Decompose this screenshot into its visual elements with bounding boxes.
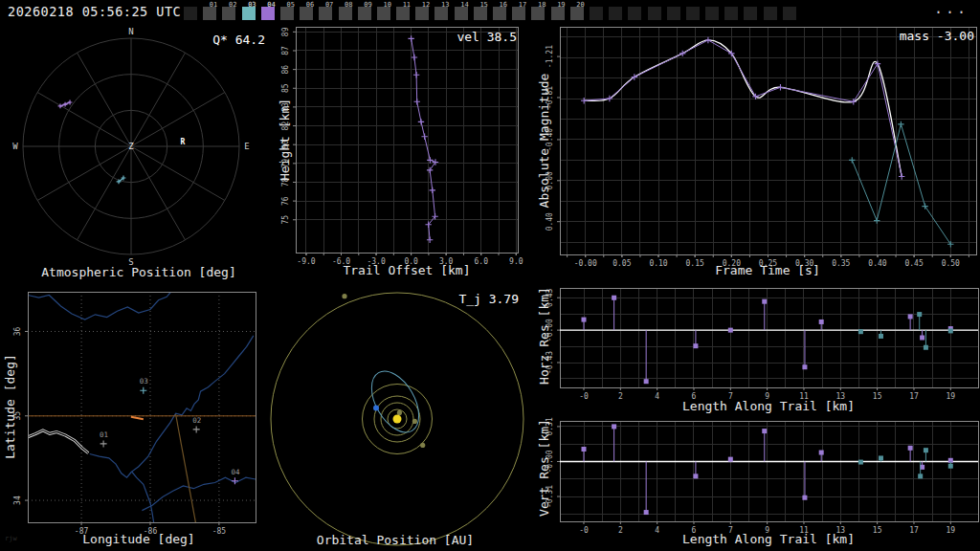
- trajectory-diagonal: [176, 414, 196, 522]
- panel-light-curve: -0.000.050.100.150.200.250.300.350.400.4…: [536, 24, 980, 287]
- height-ylabel: Height [km]: [278, 99, 292, 181]
- app-window: 20260218 05:56:25 UTC 010203040506070809…: [0, 0, 980, 551]
- tab-13[interactable]: 13: [434, 7, 448, 20]
- orbit-xlabel: Orbital Position [AU]: [268, 533, 523, 547]
- panel-horz-res: -02467911131517190.43-0.00-0.43 Length A…: [536, 282, 980, 416]
- svg-text:R: R: [181, 138, 186, 146]
- tab-label: 05: [287, 2, 295, 9]
- height-profile-chart: -9.0-6.0-3.00.03.06.09.08987868583828079…: [278, 24, 536, 287]
- tab-17[interactable]: 17: [512, 7, 525, 20]
- planet-2: [420, 443, 425, 448]
- tab-slot-21[interactable]: [590, 7, 603, 20]
- tab-slot-30[interactable]: [764, 7, 777, 20]
- river-1: [132, 336, 254, 522]
- tab-label: 06: [306, 2, 314, 9]
- horzres-ylabel: Horz Res [km]: [537, 287, 551, 385]
- series-station-b: [858, 312, 953, 350]
- light-curve-chart: -0.000.050.100.150.200.250.300.350.400.4…: [536, 24, 980, 287]
- tab-10[interactable]: 10: [377, 7, 390, 20]
- svg-text:0.40: 0.40: [546, 212, 554, 231]
- river-2: [142, 477, 256, 510]
- overflow-menu-icon[interactable]: ...: [934, 0, 969, 17]
- tab-slot-0[interactable]: [184, 7, 197, 20]
- svg-vert-grid: [560, 421, 978, 521]
- river-0: [28, 292, 171, 320]
- svg-text:34: 34: [13, 496, 22, 505]
- tab-07[interactable]: 07: [319, 7, 332, 20]
- earth-marker: [373, 405, 379, 410]
- atmospheric-xlabel: Atmospheric Position [deg]: [0, 265, 278, 279]
- svg-horz-grid: [560, 288, 978, 387]
- tab-slot-24[interactable]: [648, 7, 661, 20]
- velocity-value: vel 38.5: [457, 30, 517, 44]
- orbit-chart: [268, 282, 536, 551]
- tab-label: 17: [519, 2, 526, 9]
- svg-text:01: 01: [100, 430, 108, 439]
- tab-15[interactable]: 15: [474, 7, 487, 20]
- tab-slot-25[interactable]: [667, 7, 680, 20]
- tab-label: 12: [422, 2, 430, 9]
- tab-12[interactable]: 12: [415, 7, 429, 20]
- svg-text:02: 02: [192, 416, 201, 425]
- tab-label: 03: [248, 2, 256, 9]
- river-3: [90, 454, 132, 478]
- tab-04[interactable]: 04: [261, 7, 275, 20]
- tab-slot-29[interactable]: [744, 7, 757, 20]
- tab-label: 08: [345, 2, 352, 9]
- svg-text:-1.21: -1.21: [546, 45, 554, 68]
- tab-02[interactable]: 02: [222, 7, 235, 20]
- svg-text:04: 04: [231, 468, 240, 476]
- clock-utc: 20260218 05:56:25 UTC: [8, 4, 181, 19]
- event-tab-strip: 0102030405060708091011121314151617181920: [184, 7, 796, 20]
- height-xlabel: Trail Offset [km]: [278, 263, 536, 277]
- tab-label: 09: [364, 2, 371, 9]
- tab-08[interactable]: 08: [339, 7, 352, 20]
- panel-vert-res: -02467911131517190.31-0.00-0.31 Length A…: [536, 411, 980, 551]
- tab-slot-26[interactable]: [686, 7, 700, 20]
- tab-01[interactable]: 01: [203, 7, 216, 20]
- svg-text:N: N: [128, 27, 133, 36]
- lightcurve-xlabel: Frame Time [s]: [555, 263, 980, 277]
- tab-slot-31[interactable]: [783, 7, 796, 20]
- tab-slot-28[interactable]: [724, 7, 738, 20]
- tab-label: 10: [383, 2, 390, 9]
- tab-14[interactable]: 14: [455, 7, 468, 20]
- svg-mag-grid: [560, 27, 976, 254]
- tab-16[interactable]: 16: [493, 7, 506, 20]
- atmospheric-polar-chart: NSWEZR: [0, 24, 278, 287]
- map-grid: [28, 292, 256, 522]
- svg-text:75: 75: [281, 215, 290, 225]
- tab-18[interactable]: 18: [531, 7, 545, 20]
- tab-label: 13: [441, 2, 449, 9]
- map-features: [28, 292, 256, 522]
- svg-text:W: W: [12, 142, 18, 151]
- ground-map-chart: 01020304-87-86-85363534: [0, 282, 278, 551]
- station-03: 03: [140, 377, 148, 394]
- tab-slot-27[interactable]: [705, 7, 719, 20]
- tab-19[interactable]: 19: [551, 7, 565, 20]
- svg-text:76: 76: [281, 196, 290, 206]
- watermark: rjw: [5, 535, 17, 542]
- tab-05[interactable]: 05: [280, 7, 294, 20]
- tab-20[interactable]: 20: [570, 7, 584, 20]
- tab-slot-23[interactable]: [628, 7, 641, 20]
- sun-marker: [393, 415, 402, 424]
- q-value: Q* 64.2: [212, 33, 265, 47]
- tab-label: 18: [538, 2, 546, 9]
- svg-text:85: 85: [281, 83, 290, 93]
- tab-label: 20: [576, 2, 584, 9]
- svg-horz-ticks: -02467911131517190.43-0.00-0.43: [546, 288, 955, 401]
- svg-text:89: 89: [281, 27, 290, 36]
- planet-1: [412, 419, 417, 424]
- tab-06[interactable]: 06: [300, 7, 313, 20]
- tab-03[interactable]: 03: [242, 7, 256, 20]
- tab-label: 19: [557, 2, 565, 9]
- svg-text:Z: Z: [128, 142, 134, 151]
- tab-09[interactable]: 09: [358, 7, 371, 20]
- mass-value: mass -3.00: [900, 29, 974, 43]
- tab-11[interactable]: 11: [396, 7, 410, 20]
- svg-text:E: E: [244, 142, 249, 151]
- vert-res-chart: -02467911131517190.31-0.00-0.31: [536, 411, 980, 551]
- tab-slot-22[interactable]: [609, 7, 622, 20]
- svg-text:87: 87: [281, 46, 290, 55]
